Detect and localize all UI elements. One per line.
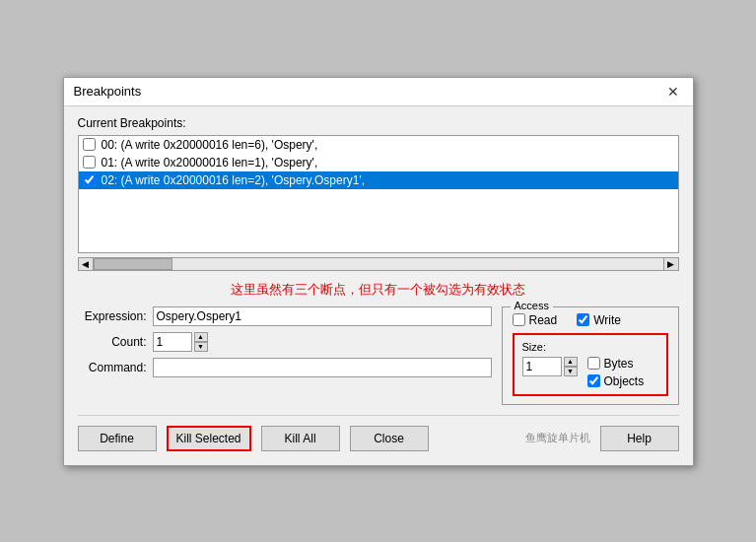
objects-label[interactable]: Objects	[587, 374, 645, 388]
count-spinner: ▲ ▼	[153, 332, 208, 352]
spinner-down[interactable]: ▼	[194, 342, 208, 352]
annotation-container: 这里虽然有三个断点，但只有一个被勾选为有效状态	[78, 281, 679, 299]
size-box: Size: ▲ ▼ Bytes	[513, 333, 668, 396]
command-input[interactable]	[153, 358, 492, 377]
close-button[interactable]: Close	[350, 426, 429, 451]
access-row: Read Write	[513, 313, 668, 327]
expression-input[interactable]	[153, 306, 492, 326]
kill-selected-wrap: Kill Selected	[167, 426, 251, 451]
size-spinner: ▲ ▼	[522, 357, 578, 376]
read-label[interactable]: Read	[513, 313, 558, 327]
breakpoints-dialog: Breakpoints ✕ Current Breakpoints: 00: (…	[63, 77, 694, 466]
scroll-left-arrow[interactable]: ◀	[78, 257, 94, 271]
count-label: Count:	[78, 335, 147, 349]
expression-label: Expression:	[78, 309, 147, 323]
objects-checkbox[interactable]	[587, 374, 600, 387]
count-input[interactable]	[153, 332, 192, 352]
size-input[interactable]	[522, 357, 562, 376]
command-label: Command:	[78, 361, 147, 374]
section-label: Current Breakpoints:	[78, 116, 679, 130]
bp-checkbox-01[interactable]	[83, 156, 96, 169]
size-spinner-up[interactable]: ▲	[564, 357, 578, 367]
bytes-label[interactable]: Bytes	[587, 357, 645, 371]
read-checkbox[interactable]	[513, 313, 525, 326]
kill-all-button[interactable]: Kill All	[261, 426, 340, 451]
size-spinner-down[interactable]: ▼	[564, 367, 578, 376]
size-options: Bytes Objects	[587, 357, 645, 388]
scroll-right-arrow[interactable]: ▶	[663, 257, 679, 271]
size-legend: Size:	[522, 341, 658, 353]
close-icon[interactable]: ✕	[663, 84, 683, 100]
spinner-up[interactable]: ▲	[194, 332, 208, 342]
access-box: Access Read Write Size:	[502, 306, 679, 405]
bp-text-01: 01: (A write 0x20000016 len=1), 'Ospery'…	[102, 156, 318, 169]
write-checkbox[interactable]	[577, 313, 589, 326]
list-item[interactable]: 01: (A write 0x20000016 len=1), 'Ospery'…	[79, 154, 678, 171]
breakpoints-list[interactable]: 00: (A write 0x20000016 len=6), 'Ospery'…	[78, 135, 679, 253]
dialog-title: Breakpoints	[74, 84, 142, 99]
fields-access-row: Expression: Count: ▲ ▼ Com	[78, 306, 679, 405]
annotation-main: 这里虽然有三个断点，但只有一个被勾选为有效状态	[231, 282, 525, 297]
write-label[interactable]: Write	[577, 313, 621, 327]
bp-text-00: 00: (A write 0x20000016 len=6), 'Ospery'…	[102, 138, 318, 152]
bytes-checkbox[interactable]	[587, 357, 600, 370]
bp-text-02: 02: (A write 0x20000016 len=2), 'Ospery.…	[102, 173, 366, 187]
bp-checkbox-02[interactable]	[83, 173, 96, 186]
scroll-thumb[interactable]	[94, 258, 172, 270]
watermark: 鱼鹰旋单片机	[525, 431, 590, 445]
define-button[interactable]: Define	[78, 426, 157, 451]
horizontal-scrollbar[interactable]: ◀ ▶	[78, 257, 679, 271]
dialog-body: Current Breakpoints: 00: (A write 0x2000…	[64, 106, 693, 465]
expression-row: Expression:	[78, 306, 492, 326]
count-row: Count: ▲ ▼	[78, 332, 492, 352]
size-spinner-buttons: ▲ ▼	[564, 357, 578, 376]
command-row: Command:	[78, 358, 492, 377]
spinner-buttons: ▲ ▼	[194, 332, 208, 352]
kill-selected-button[interactable]: Kill Selected	[167, 426, 251, 451]
list-item[interactable]: 00: (A write 0x20000016 len=6), 'Ospery'…	[79, 136, 678, 154]
button-row: Define Kill Selected Kill All Close 鱼鹰旋单…	[78, 415, 679, 451]
size-row: ▲ ▼ Bytes Objects	[522, 357, 658, 388]
help-button[interactable]: Help	[600, 426, 679, 451]
scroll-track[interactable]	[94, 257, 663, 271]
access-legend: Access	[511, 300, 553, 311]
fields-section: Expression: Count: ▲ ▼ Com	[78, 306, 492, 377]
list-item-selected[interactable]: 02: (A write 0x20000016 len=2), 'Ospery.…	[79, 171, 678, 189]
title-bar: Breakpoints ✕	[64, 78, 693, 106]
bp-checkbox-00[interactable]	[83, 138, 96, 151]
